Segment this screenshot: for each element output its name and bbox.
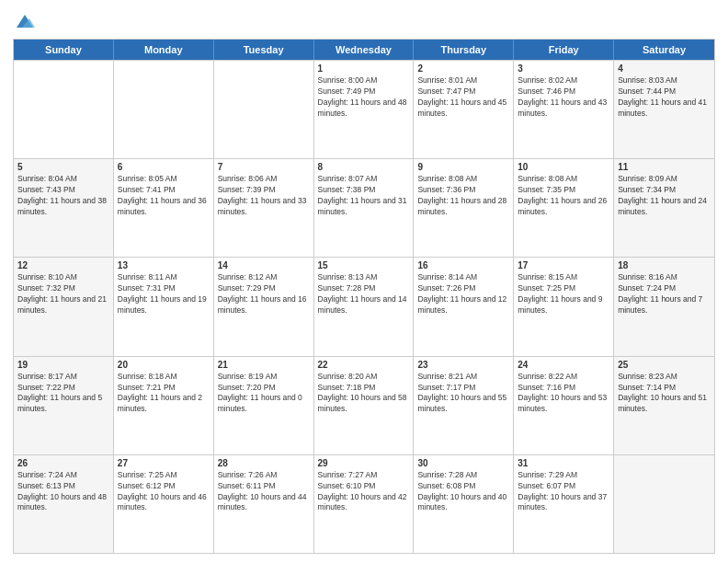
- sunset-text: Sunset: 7:24 PM: [618, 283, 711, 294]
- sunset-text: Sunset: 7:25 PM: [518, 283, 609, 294]
- sunrise-text: Sunrise: 8:02 AM: [518, 75, 609, 86]
- sunset-text: Sunset: 7:22 PM: [17, 383, 109, 394]
- calendar-cell: 28Sunrise: 7:26 AMSunset: 6:11 PMDayligh…: [214, 455, 314, 553]
- calendar-cell: 23Sunrise: 8:21 AMSunset: 7:17 PMDayligh…: [414, 357, 514, 454]
- sunrise-text: Sunrise: 8:10 AM: [17, 272, 109, 283]
- sunset-text: Sunset: 7:38 PM: [318, 185, 410, 196]
- day-number: 14: [218, 260, 310, 270]
- sunrise-text: Sunrise: 8:09 AM: [618, 174, 711, 185]
- day-number: 4: [618, 63, 711, 74]
- day-number: 21: [218, 360, 310, 370]
- weekday-header: Tuesday: [214, 40, 314, 60]
- sunrise-text: Sunrise: 8:16 AM: [618, 272, 711, 283]
- day-number: 22: [318, 360, 410, 370]
- daylight-text: Daylight: 11 hours and 7 minutes.: [618, 294, 711, 316]
- calendar-cell: 3Sunrise: 8:02 AMSunset: 7:46 PMDaylight…: [514, 61, 614, 158]
- daylight-text: Daylight: 11 hours and 45 minutes.: [417, 98, 509, 120]
- sunset-text: Sunset: 6:07 PM: [518, 481, 609, 492]
- calendar-cell: 20Sunrise: 8:18 AMSunset: 7:21 PMDayligh…: [114, 357, 214, 454]
- sunrise-text: Sunrise: 8:06 AM: [218, 174, 310, 185]
- sunrise-text: Sunrise: 8:21 AM: [417, 372, 509, 383]
- day-number: 6: [118, 162, 210, 172]
- calendar-cell: 27Sunrise: 7:25 AMSunset: 6:12 PMDayligh…: [114, 455, 214, 553]
- sunset-text: Sunset: 7:17 PM: [417, 383, 509, 394]
- calendar-cell: 9Sunrise: 8:08 AMSunset: 7:36 PMDaylight…: [414, 159, 514, 257]
- sunrise-text: Sunrise: 7:26 AM: [218, 470, 310, 481]
- sunrise-text: Sunrise: 8:03 AM: [618, 75, 711, 86]
- sunset-text: Sunset: 7:47 PM: [417, 86, 509, 98]
- daylight-text: Daylight: 10 hours and 40 minutes.: [417, 492, 509, 514]
- calendar-body: 1Sunrise: 8:00 AMSunset: 7:49 PMDaylight…: [14, 60, 714, 553]
- day-number: 3: [518, 63, 609, 74]
- calendar-cell: 1Sunrise: 8:00 AMSunset: 7:49 PMDaylight…: [314, 61, 415, 158]
- day-number: 10: [518, 162, 609, 172]
- calendar-row: 12Sunrise: 8:10 AMSunset: 7:32 PMDayligh…: [14, 257, 714, 355]
- day-number: 2: [417, 63, 509, 74]
- sunrise-text: Sunrise: 8:17 AM: [17, 372, 109, 383]
- daylight-text: Daylight: 10 hours and 37 minutes.: [518, 492, 609, 514]
- daylight-text: Daylight: 10 hours and 46 minutes.: [118, 492, 210, 514]
- daylight-text: Daylight: 11 hours and 33 minutes.: [218, 196, 310, 218]
- calendar-cell: 29Sunrise: 7:27 AMSunset: 6:10 PMDayligh…: [314, 455, 415, 553]
- daylight-text: Daylight: 11 hours and 9 minutes.: [518, 294, 609, 316]
- calendar-cell: 7Sunrise: 8:06 AMSunset: 7:39 PMDaylight…: [214, 159, 314, 257]
- calendar-cell: 15Sunrise: 8:13 AMSunset: 7:28 PMDayligh…: [314, 258, 415, 355]
- day-number: 19: [17, 360, 109, 370]
- sunrise-text: Sunrise: 8:23 AM: [618, 372, 711, 383]
- calendar-cell: 5Sunrise: 8:04 AMSunset: 7:43 PMDaylight…: [14, 159, 114, 257]
- weekday-header: Wednesday: [314, 40, 415, 60]
- calendar-cell: [214, 61, 314, 158]
- daylight-text: Daylight: 11 hours and 21 minutes.: [17, 294, 109, 316]
- day-number: 20: [118, 360, 210, 370]
- sunset-text: Sunset: 7:20 PM: [218, 383, 310, 394]
- calendar: SundayMondayTuesdayWednesdayThursdayFrid…: [13, 39, 715, 554]
- calendar-cell: 8Sunrise: 8:07 AMSunset: 7:38 PMDaylight…: [314, 159, 415, 257]
- sunrise-text: Sunrise: 8:22 AM: [518, 372, 609, 383]
- day-number: 5: [17, 162, 109, 172]
- daylight-text: Daylight: 10 hours and 51 minutes.: [618, 393, 711, 415]
- sunset-text: Sunset: 7:18 PM: [318, 383, 410, 394]
- calendar-cell: 19Sunrise: 8:17 AMSunset: 7:22 PMDayligh…: [14, 357, 114, 454]
- sunrise-text: Sunrise: 7:29 AM: [518, 470, 609, 481]
- sunset-text: Sunset: 7:16 PM: [518, 383, 609, 394]
- sunrise-text: Sunrise: 7:28 AM: [417, 470, 509, 481]
- daylight-text: Daylight: 11 hours and 19 minutes.: [118, 294, 210, 316]
- day-number: 1: [318, 63, 410, 74]
- calendar-cell: 16Sunrise: 8:14 AMSunset: 7:26 PMDayligh…: [414, 258, 514, 355]
- day-number: 27: [118, 458, 210, 468]
- sunrise-text: Sunrise: 8:14 AM: [417, 272, 509, 283]
- calendar-cell: 17Sunrise: 8:15 AMSunset: 7:25 PMDayligh…: [514, 258, 614, 355]
- sunrise-text: Sunrise: 8:07 AM: [318, 174, 410, 185]
- sunrise-text: Sunrise: 8:18 AM: [118, 372, 210, 383]
- sunset-text: Sunset: 7:39 PM: [218, 185, 310, 196]
- calendar-cell: [114, 61, 214, 158]
- day-number: 29: [318, 458, 410, 468]
- calendar-cell: 18Sunrise: 8:16 AMSunset: 7:24 PMDayligh…: [614, 258, 714, 355]
- daylight-text: Daylight: 11 hours and 41 minutes.: [618, 98, 711, 120]
- calendar-cell: 4Sunrise: 8:03 AMSunset: 7:44 PMDaylight…: [614, 61, 714, 158]
- daylight-text: Daylight: 11 hours and 48 minutes.: [318, 98, 410, 120]
- weekday-header: Saturday: [614, 40, 714, 60]
- day-number: 8: [318, 162, 410, 172]
- calendar-cell: 22Sunrise: 8:20 AMSunset: 7:18 PMDayligh…: [314, 357, 415, 454]
- day-number: 15: [318, 260, 410, 270]
- calendar-cell: 6Sunrise: 8:05 AMSunset: 7:41 PMDaylight…: [114, 159, 214, 257]
- day-number: 13: [118, 260, 210, 270]
- logo-icon: [15, 11, 35, 31]
- calendar-cell: 13Sunrise: 8:11 AMSunset: 7:31 PMDayligh…: [114, 258, 214, 355]
- daylight-text: Daylight: 11 hours and 28 minutes.: [417, 196, 509, 218]
- weekday-header: Sunday: [14, 40, 114, 60]
- sunset-text: Sunset: 7:49 PM: [318, 86, 410, 98]
- weekday-header: Thursday: [414, 40, 514, 60]
- sunrise-text: Sunrise: 7:25 AM: [118, 470, 210, 481]
- page: SundayMondayTuesdayWednesdayThursdayFrid…: [0, 0, 728, 563]
- calendar-cell: 30Sunrise: 7:28 AMSunset: 6:08 PMDayligh…: [414, 455, 514, 553]
- day-number: 16: [417, 260, 509, 270]
- daylight-text: Daylight: 10 hours and 55 minutes.: [417, 393, 509, 415]
- calendar-cell: [614, 455, 714, 553]
- sunrise-text: Sunrise: 8:20 AM: [318, 372, 410, 383]
- daylight-text: Daylight: 10 hours and 53 minutes.: [518, 393, 609, 415]
- sunset-text: Sunset: 7:34 PM: [618, 185, 711, 196]
- calendar-cell: 2Sunrise: 8:01 AMSunset: 7:47 PMDaylight…: [414, 61, 514, 158]
- sunset-text: Sunset: 7:36 PM: [417, 185, 509, 196]
